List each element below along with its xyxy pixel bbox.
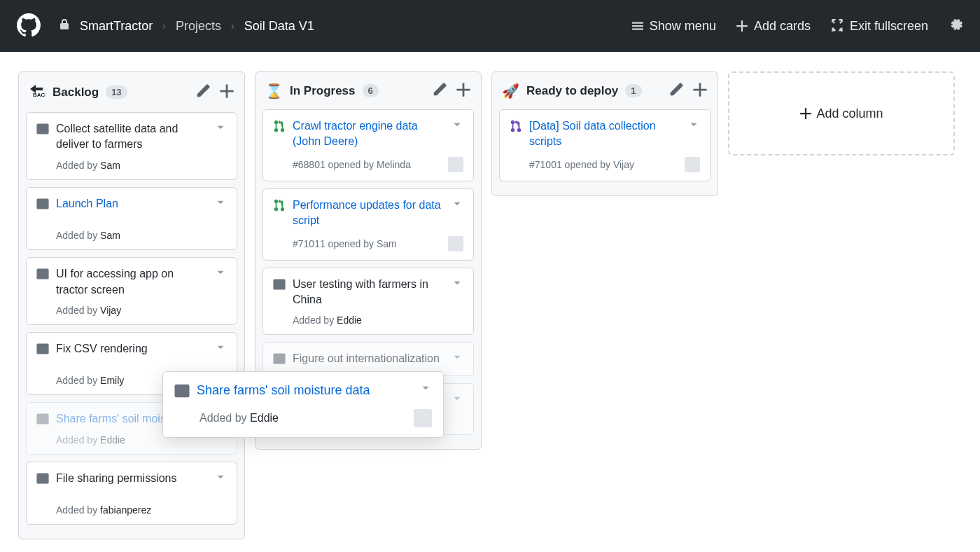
svg-rect-25: [274, 280, 285, 289]
card-meta: Added by Sam: [56, 230, 227, 241]
svg-point-34: [512, 121, 514, 124]
show-menu-button[interactable]: Show menu: [631, 19, 716, 34]
note-icon: [36, 123, 49, 135]
breadcrumb-repo[interactable]: SmartTractor: [80, 19, 153, 34]
note-icon: [36, 413, 49, 425]
project-card[interactable]: User testing with farmers in China Added…: [262, 268, 474, 336]
hourglass-icon: ⌛: [265, 83, 283, 99]
pull-request-icon: [273, 199, 286, 212]
card-meta: Added by fabianperez: [56, 504, 227, 516]
card-meta: Added by Eddie: [200, 409, 432, 427]
card-title: [Data] Soil data collection scripts: [529, 118, 680, 150]
header-actions: Show menu Add cards Exit fullscreen: [631, 17, 963, 36]
svg-rect-16: [37, 474, 48, 483]
card-title: User testing with farmers in China: [293, 277, 444, 308]
avatar: [448, 236, 463, 251]
svg-point-23: [275, 208, 278, 211]
note-icon: [36, 268, 49, 280]
project-card[interactable]: Crawl tractor engine data (John Deere) #…: [262, 109, 474, 181]
svg-rect-28: [274, 354, 285, 364]
card-title: Fix CSV rendering: [56, 341, 207, 357]
avatar: [685, 157, 700, 172]
card-menu-chevron[interactable]: [451, 351, 463, 364]
note-icon: [36, 472, 49, 485]
column-backlog: BACK Backlog 13 Collect satellite data a…: [18, 71, 245, 539]
add-cards-label: Add cards: [754, 19, 811, 34]
cards-list: Collect satellite data and deliver to fa…: [19, 112, 244, 539]
add-card-button[interactable]: [456, 82, 471, 99]
card-menu-chevron[interactable]: [214, 266, 227, 279]
card-count-badge: 1: [625, 84, 641, 97]
card-menu-chevron[interactable]: [687, 118, 700, 131]
project-card[interactable]: [Data] Soil data collection scripts #710…: [499, 109, 710, 181]
project-card[interactable]: File sharing permissions Added by fabian…: [26, 462, 237, 525]
exit-fullscreen-button[interactable]: Exit fullscreen: [830, 19, 928, 34]
card-menu-chevron[interactable]: [214, 196, 227, 209]
card-menu-chevron[interactable]: [451, 198, 463, 210]
chevron-right-icon: ›: [231, 20, 234, 32]
note-icon: [273, 352, 286, 365]
chevron-right-icon: ›: [162, 20, 166, 32]
card-title: Figure out internationalization: [293, 351, 444, 366]
svg-rect-37: [175, 385, 188, 397]
card-title: Performance updates for data script: [293, 198, 444, 229]
project-card[interactable]: Performance updates for data script #710…: [262, 188, 474, 261]
lock-icon: [59, 19, 70, 34]
column-header: 🚀 Ready to deploy 1: [492, 72, 718, 109]
svg-point-21: [281, 129, 284, 132]
breadcrumb-project-name[interactable]: Soil Data V1: [244, 19, 314, 34]
dragging-card[interactable]: Share farms' soil moisture data Added by…: [162, 371, 444, 438]
card-title: Crawl tractor engine data (John Deere): [293, 118, 444, 150]
card-meta: #68801 opened by Melinda: [293, 157, 463, 172]
card-menu-chevron[interactable]: [419, 382, 432, 394]
card-menu-chevron[interactable]: [214, 121, 227, 134]
svg-point-35: [512, 129, 514, 132]
add-cards-button[interactable]: Add cards: [736, 19, 811, 34]
edit-column-button[interactable]: [195, 83, 211, 101]
cards-list: [Data] Soil data collection scripts #710…: [492, 109, 718, 195]
card-menu-chevron[interactable]: [451, 392, 463, 405]
back-arrow-icon: BACK: [29, 82, 46, 102]
svg-point-22: [275, 200, 278, 202]
breadcrumb: SmartTractor › Projects › Soil Data V1: [59, 19, 314, 34]
card-count-badge: 6: [363, 84, 379, 97]
project-card[interactable]: Collect satellite data and deliver to fa…: [26, 112, 237, 180]
breadcrumb-projects[interactable]: Projects: [176, 19, 221, 34]
card-menu-chevron[interactable]: [451, 277, 463, 289]
project-board: BACK Backlog 13 Collect satellite data a…: [0, 52, 980, 552]
svg-rect-10: [37, 344, 48, 354]
card-meta: #71001 opened by Vijay: [529, 157, 700, 172]
card-meta: Added by Sam: [56, 160, 227, 171]
card-title: Share farms' soil moisture data: [197, 382, 412, 399]
card-count-badge: 13: [106, 85, 127, 99]
card-title: File sharing permissions: [56, 471, 207, 486]
card-meta: Added by Eddie: [293, 315, 463, 326]
add-column-button[interactable]: Add column: [728, 71, 955, 156]
column-ready-to-deploy: 🚀 Ready to deploy 1 [Data] Soil data col…: [491, 71, 718, 196]
github-logo[interactable]: [17, 13, 41, 39]
svg-point-24: [281, 208, 284, 211]
svg-point-19: [275, 121, 278, 124]
note-icon: [174, 383, 190, 399]
settings-gear-icon[interactable]: [948, 17, 963, 36]
note-icon: [36, 198, 49, 210]
svg-rect-1: [37, 124, 48, 134]
edit-column-button[interactable]: [432, 82, 447, 99]
card-menu-chevron[interactable]: [214, 341, 227, 354]
card-menu-chevron[interactable]: [214, 471, 227, 483]
project-card[interactable]: UI for accessing app on tractor screen A…: [26, 257, 237, 325]
add-card-button[interactable]: [692, 82, 708, 99]
pull-request-icon: [273, 120, 286, 132]
add-card-button[interactable]: [219, 83, 234, 101]
card-menu-chevron[interactable]: [451, 118, 463, 131]
svg-point-20: [275, 129, 278, 132]
project-card[interactable]: Launch Plan Added by Sam: [26, 187, 237, 250]
svg-rect-13: [37, 415, 48, 425]
edit-column-button[interactable]: [668, 82, 684, 99]
exit-fullscreen-label: Exit fullscreen: [850, 19, 928, 34]
card-meta: Added by Vijay: [56, 305, 227, 316]
add-column-label: Add column: [816, 106, 883, 121]
avatar: [414, 409, 432, 427]
app-header: SmartTractor › Projects › Soil Data V1 S…: [0, 0, 980, 52]
column-title: Backlog: [52, 85, 99, 99]
